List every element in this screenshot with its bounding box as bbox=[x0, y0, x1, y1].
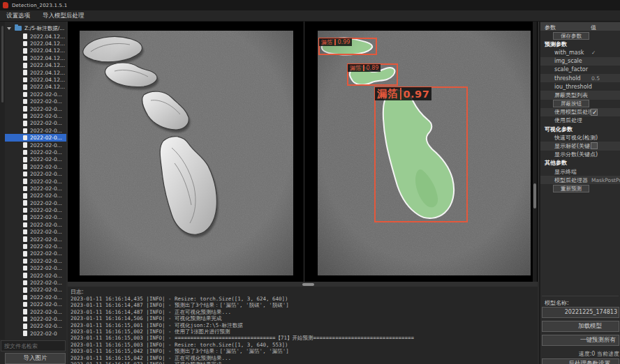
tree-item[interactable]: 2022-02-0... bbox=[5, 301, 66, 308]
tree-item[interactable]: 2022-02-0... bbox=[5, 192, 66, 199]
tree-item[interactable]: 2022-02-0 bbox=[5, 330, 66, 337]
tree-item[interactable]: 2022-02-0... bbox=[5, 279, 66, 286]
log-line: 2023-01-11 16:16:14,435 |INFO| - Resize:… bbox=[71, 296, 538, 302]
param-row[interactable]: 重新预测 重新预测 bbox=[540, 184, 620, 192]
tree-item[interactable]: 2022-02-0... bbox=[5, 272, 66, 279]
tree-item[interactable]: 2022-02-0... bbox=[5, 156, 66, 163]
param-label: 使用后处理 bbox=[554, 116, 582, 124]
tree-item[interactable]: 2022-02-0... bbox=[5, 91, 66, 98]
predict-all-button[interactable]: 一键预测所有 bbox=[542, 335, 619, 346]
tree-item[interactable]: 2022-02-0... bbox=[5, 294, 66, 301]
tree-item[interactable]: 2022.04.12... bbox=[5, 84, 66, 91]
param-row[interactable]: scale_factor scale_factor bbox=[540, 66, 620, 74]
param-row[interactable]: 快速可视化(检测) 快速可视化(检测) bbox=[540, 133, 620, 142]
tree-item[interactable]: 2022.04.12... bbox=[5, 54, 66, 61]
tree-item[interactable]: 2022-02-0... bbox=[5, 105, 66, 112]
file-icon bbox=[23, 84, 27, 90]
tree-item[interactable]: 2022-02-0... bbox=[5, 98, 66, 105]
tree-item[interactable]: 2022-02-0... bbox=[5, 323, 66, 330]
search-input[interactable] bbox=[1, 340, 66, 351]
raw-image-panel[interactable] bbox=[80, 31, 293, 275]
param-value[interactable]: MaskPostPro bbox=[591, 177, 620, 183]
tree-item[interactable]: 2022.04.12... bbox=[5, 62, 66, 69]
tree-scrollbar[interactable] bbox=[0, 22, 5, 340]
param-row[interactable]: threshold threshold 0.5 bbox=[540, 74, 620, 82]
param-label: 模型后处理器 bbox=[554, 176, 588, 184]
param-button[interactable]: 屏蔽按钮 bbox=[553, 100, 589, 107]
param-row[interactable]: 显示标签(关键点) 显示标签(关键点) bbox=[540, 142, 620, 150]
tree-item[interactable]: 2022-02-0... bbox=[5, 149, 66, 156]
param-row[interactable]: 显示终端 显示终端 bbox=[540, 167, 620, 176]
tree-item[interactable]: 2022-02-0... bbox=[5, 236, 66, 243]
file-icon bbox=[23, 99, 27, 105]
param-row[interactable]: 可视化参数 可视化参数 bbox=[540, 125, 620, 133]
tree-item[interactable]: 2022-02-0... bbox=[5, 250, 66, 257]
tree-item[interactable]: 2022.04.12... bbox=[5, 47, 66, 54]
log-title: 日志: bbox=[71, 288, 84, 296]
tree-item[interactable]: 2022.04.12... bbox=[5, 40, 66, 47]
tree-item[interactable]: 2022-02-0... bbox=[5, 127, 66, 134]
vertical-scrollbar[interactable] bbox=[533, 22, 537, 282]
param-button[interactable]: 重新预测 bbox=[553, 185, 589, 192]
expand-arrow-icon[interactable] bbox=[7, 27, 11, 30]
tree-scrollbar-handle[interactable] bbox=[1, 26, 3, 103]
postprocess-params-button[interactable]: 后处理参数设置 bbox=[542, 358, 619, 364]
tree-item[interactable]: 2022-02-0... bbox=[5, 185, 66, 192]
horizontal-scrollbar-handle[interactable] bbox=[302, 283, 314, 286]
param-row[interactable]: with_mask with_mask ✓ bbox=[540, 48, 620, 56]
param-row[interactable]: 屏蔽类型列表 屏蔽类型列表 bbox=[540, 91, 620, 99]
param-row[interactable]: 其他参数 其他参数 bbox=[540, 159, 620, 167]
tree-item[interactable]: 2022-02-0... bbox=[5, 265, 66, 272]
param-row[interactable]: 预测参数 预测参数 bbox=[540, 40, 620, 48]
tree-item-label: 2022-02-0... bbox=[30, 192, 62, 199]
tree-item[interactable]: 2022-02-0... bbox=[5, 214, 66, 221]
tree-root-item[interactable]: Z:/5-标注数据/... bbox=[5, 24, 66, 32]
param-row[interactable]: 显示分数(关键点) 显示分数(关键点) bbox=[540, 151, 620, 159]
import-image-button[interactable]: 导入图片 bbox=[5, 353, 66, 364]
param-value[interactable]: ✓ bbox=[591, 50, 596, 56]
param-row[interactable]: 屏蔽按钮 屏蔽按钮 bbox=[540, 100, 620, 108]
params-header: 参数 值 bbox=[540, 22, 620, 31]
vertical-scrollbar-handle[interactable] bbox=[533, 183, 536, 208]
param-row[interactable]: img_scale img_scale bbox=[540, 57, 620, 66]
param-button[interactable]: 保存参数 bbox=[553, 32, 589, 40]
param-row[interactable]: 使用模型后处理 使用模型后处理 bbox=[540, 108, 620, 116]
menu-item[interactable]: 设置选项 bbox=[0, 10, 36, 21]
model-name-field[interactable]: 20221225_174813 bbox=[542, 307, 619, 318]
tree-item[interactable]: 2022-02-0... bbox=[5, 287, 66, 294]
log-panel[interactable]: 日志: 2023-01-11 16:16:14,435 |INFO| - Res… bbox=[68, 287, 538, 364]
param-checkbox[interactable] bbox=[591, 109, 598, 116]
image-viewer[interactable]: 漏箔0.99 漏箔0.89 漏箔0.97 bbox=[68, 22, 538, 282]
param-value[interactable]: 0.5 bbox=[591, 75, 600, 82]
param-row[interactable]: iou_threshold iou_threshold bbox=[540, 82, 620, 91]
tree-item[interactable]: 2022-02-0... bbox=[5, 308, 66, 315]
file-icon bbox=[23, 121, 27, 126]
tree-item[interactable]: 2022-02-0... bbox=[5, 315, 66, 322]
tree-item[interactable]: 2022-02-0... bbox=[5, 120, 66, 127]
tree-item[interactable]: 2022-02-0... bbox=[5, 178, 66, 185]
tree-item[interactable]: 2022.04.12... bbox=[5, 69, 66, 76]
load-model-button[interactable]: 加载模型 bbox=[542, 321, 619, 332]
tree-item[interactable]: 2022-02-0... bbox=[5, 134, 66, 141]
tree-item[interactable]: 2022-02-0... bbox=[5, 142, 66, 149]
tree-item[interactable]: 2022-02-0... bbox=[5, 170, 66, 177]
tree-item[interactable]: 2022-02-0... bbox=[5, 206, 66, 213]
param-row[interactable]: 模型后处理器 模型后处理器 MaskPostPro bbox=[540, 176, 620, 184]
param-row[interactable]: 保存参数 保存参数 bbox=[540, 31, 620, 40]
tree-item[interactable]: 2022.04.12... bbox=[5, 76, 66, 83]
tree-item[interactable]: 2022-02-0... bbox=[5, 112, 66, 119]
menu-item[interactable]: 导入模型后处理 bbox=[36, 10, 91, 21]
horizontal-scrollbar[interactable] bbox=[68, 282, 538, 287]
tree-item[interactable]: 2022-02-0... bbox=[5, 243, 66, 250]
detection-box[interactable] bbox=[374, 86, 468, 222]
param-row[interactable]: 使用后处理 使用后处理 bbox=[540, 116, 620, 125]
tree-item[interactable]: 2022.04.12... bbox=[5, 33, 66, 40]
file-icon bbox=[23, 280, 27, 286]
tree-item[interactable]: 2022-02-0... bbox=[5, 221, 66, 228]
tree-item[interactable]: 2022-02-0... bbox=[5, 257, 66, 264]
tree-item[interactable]: 2022-02-0... bbox=[5, 163, 66, 170]
tree-item[interactable]: 2022-02-0... bbox=[5, 229, 66, 236]
param-checkbox[interactable] bbox=[591, 142, 598, 149]
tree-item[interactable]: 2022-02-0... bbox=[5, 199, 66, 206]
file-tree[interactable]: 2022.04.12... 2022.04.12... 2022.04.12..… bbox=[5, 33, 66, 340]
